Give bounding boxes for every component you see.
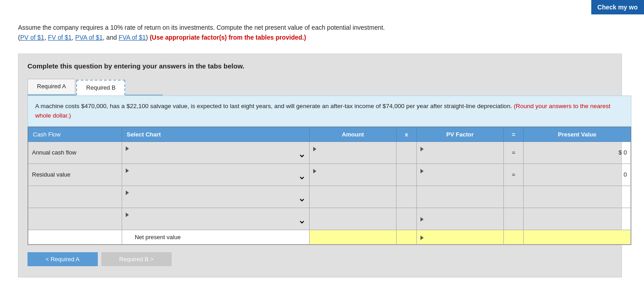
info-box-text: A machine costs $470,000, has a $22,100 … bbox=[35, 103, 512, 109]
empty-amount-4[interactable] bbox=[309, 208, 396, 230]
select-chart-dropdown-1[interactable] bbox=[126, 151, 306, 161]
pv-factor-input-1[interactable] bbox=[420, 152, 500, 160]
x-cell-1 bbox=[397, 141, 417, 163]
cash-flow-table-wrapper: Cash Flow Select Chart Amount x PV Facto… bbox=[27, 127, 631, 245]
net-present-value-label: Net present value bbox=[126, 234, 181, 241]
empty-select-4[interactable] bbox=[122, 208, 309, 230]
pv-arrow-4 bbox=[420, 217, 424, 222]
net-pv-input[interactable] bbox=[527, 233, 627, 241]
empty-cashflow-3 bbox=[28, 186, 122, 208]
tab-required-a[interactable]: Required A bbox=[27, 79, 75, 95]
empty-eq-3 bbox=[503, 186, 524, 208]
pv-factor-input-2[interactable] bbox=[420, 174, 500, 182]
net-present-value-row: Net present value bbox=[28, 230, 631, 244]
net-pv-amount-cell bbox=[309, 230, 396, 244]
fv-link[interactable]: FV of $1 bbox=[48, 34, 72, 41]
amount-cell-1[interactable] bbox=[309, 141, 396, 163]
present-value-cell-1: $ 0 bbox=[524, 141, 631, 163]
check-my-work-button[interactable]: Check my wo bbox=[591, 0, 644, 14]
present-value-1: 0 bbox=[624, 149, 627, 156]
pv-arrow-2 bbox=[420, 169, 424, 173]
net-pv-label-cell bbox=[28, 230, 122, 244]
x-cell-2 bbox=[397, 163, 417, 186]
dollar-sign-1: $ bbox=[619, 149, 622, 156]
amount-input-2[interactable] bbox=[313, 174, 393, 182]
use-appropriate-note: (Use appropriate factor(s) from the tabl… bbox=[150, 34, 306, 41]
net-pv-select-cell: Net present value bbox=[122, 230, 309, 244]
net-pv-x-cell bbox=[397, 230, 417, 244]
dropdown-arrow-3 bbox=[126, 191, 129, 195]
table-row-empty-2 bbox=[28, 208, 631, 230]
amount-input-4[interactable] bbox=[313, 214, 393, 223]
empty-pv-val-4 bbox=[524, 208, 631, 230]
amount-arrow-2 bbox=[313, 169, 316, 173]
bottom-navigation: < Required A Required B > bbox=[27, 252, 612, 266]
cashflow-label-residual: Residual value bbox=[28, 163, 122, 186]
empty-x-4 bbox=[397, 208, 417, 230]
cash-flow-table: Cash Flow Select Chart Amount x PV Facto… bbox=[28, 127, 631, 245]
table-row-empty-1 bbox=[28, 186, 631, 208]
col-header-cashflow: Cash Flow bbox=[28, 127, 122, 141]
fva-link[interactable]: FVA of $1 bbox=[119, 34, 146, 41]
net-pv-arrow bbox=[420, 236, 424, 240]
amount-cell-2[interactable] bbox=[309, 163, 396, 186]
col-header-present-value: Present Value bbox=[524, 127, 631, 141]
select-chart-dropdown-2[interactable] bbox=[126, 173, 306, 183]
prev-button[interactable]: < Required A bbox=[27, 252, 98, 266]
dropdown-arrow-1 bbox=[126, 146, 129, 151]
amount-arrow-1 bbox=[313, 147, 316, 151]
amount-input-3[interactable] bbox=[313, 192, 393, 201]
empty-eq-4 bbox=[503, 208, 524, 230]
complete-box-title: Complete this question by entering your … bbox=[27, 62, 612, 70]
empty-pv-val-3 bbox=[524, 186, 631, 208]
col-header-pv-factor: PV Factor bbox=[416, 127, 503, 141]
empty-pv-4 bbox=[416, 208, 503, 230]
table-row: Annual cash flow bbox=[28, 141, 631, 163]
empty-amount-3[interactable] bbox=[309, 186, 396, 208]
amount-input-1[interactable] bbox=[313, 152, 393, 160]
empty-cashflow-4 bbox=[28, 208, 122, 230]
eq-cell-1: = bbox=[503, 141, 524, 163]
pv-arrow-1 bbox=[420, 147, 424, 151]
cashflow-label-annual: Annual cash flow bbox=[28, 141, 122, 163]
pv-factor-cell-2[interactable] bbox=[416, 163, 503, 186]
present-value-2: 0 bbox=[624, 171, 627, 178]
pv-factor-cell-1[interactable] bbox=[416, 141, 503, 163]
net-pv-eq-cell bbox=[503, 230, 524, 244]
select-chart-dropdown-3[interactable] bbox=[126, 195, 306, 205]
table-row: Residual value bbox=[28, 163, 631, 186]
pv-link[interactable]: PV of $1 bbox=[20, 34, 45, 41]
empty-pv-3 bbox=[416, 186, 503, 208]
dropdown-arrow-4 bbox=[126, 213, 129, 217]
select-chart-cell-2[interactable] bbox=[122, 163, 309, 186]
col-header-x: x bbox=[397, 127, 417, 141]
col-header-select-chart: Select Chart bbox=[122, 127, 309, 141]
col-header-amount: Amount bbox=[309, 127, 396, 141]
eq-cell-2: = bbox=[503, 163, 524, 186]
pva-link[interactable]: PVA of $1 bbox=[75, 34, 103, 41]
empty-x-3 bbox=[397, 186, 417, 208]
net-pv-value-cell[interactable] bbox=[524, 230, 631, 244]
present-value-cell-2: 0 bbox=[524, 163, 631, 186]
intro-text-main: Assume the company requires a 10% rate o… bbox=[18, 24, 385, 31]
empty-select-3[interactable] bbox=[122, 186, 309, 208]
tabs-container: Required A Required B bbox=[27, 79, 163, 95]
tab-required-b[interactable]: Required B bbox=[76, 80, 125, 95]
info-box: A machine costs $470,000, has a $22,100 … bbox=[27, 95, 631, 127]
select-chart-cell-1[interactable] bbox=[122, 141, 309, 163]
net-pv-factor-cell bbox=[416, 230, 503, 244]
dropdown-arrow-2 bbox=[126, 168, 129, 173]
next-button[interactable]: Required B > bbox=[101, 252, 172, 266]
select-chart-dropdown-4[interactable] bbox=[126, 218, 306, 227]
complete-question-box: Complete this question by entering your … bbox=[18, 54, 622, 277]
intro-paragraph: Assume the company requires a 10% rate o… bbox=[18, 23, 626, 43]
col-header-eq: = bbox=[503, 127, 524, 141]
